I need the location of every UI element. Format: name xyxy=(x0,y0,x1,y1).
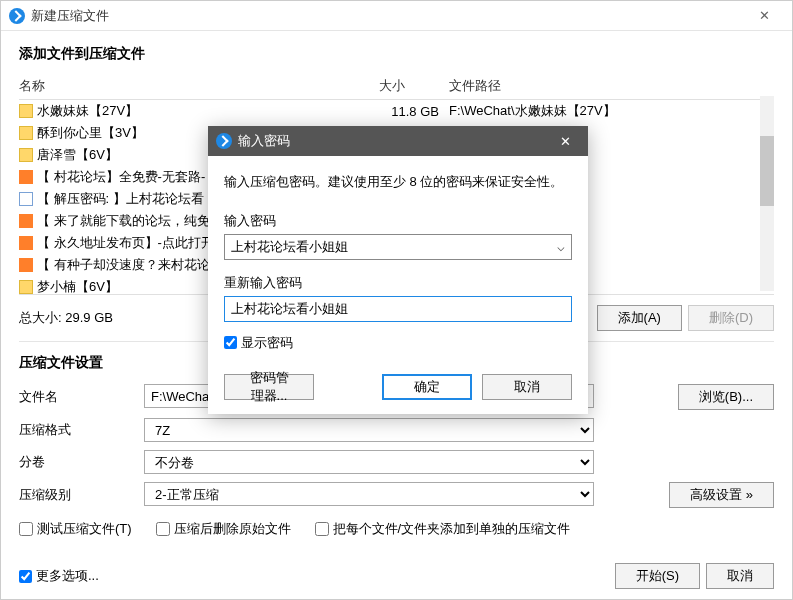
repassword-input[interactable] xyxy=(224,296,572,322)
header-path[interactable]: 文件路径 xyxy=(449,77,774,95)
delete-after-checkbox-label: 压缩后删除原始文件 xyxy=(174,520,291,538)
volume-label: 分卷 xyxy=(19,453,144,471)
app-icon xyxy=(9,8,25,24)
password-value: 上村花论坛看小姐姐 xyxy=(231,238,557,256)
file-name: 水嫩妹妹【27V】 xyxy=(37,102,379,120)
repassword-label: 重新输入密码 xyxy=(224,274,572,292)
file-size: 11.8 GB xyxy=(379,104,449,119)
advanced-button[interactable]: 高级设置 » xyxy=(669,482,774,508)
window-title: 新建压缩文件 xyxy=(31,7,744,25)
file-type-icon xyxy=(19,280,33,294)
delete-after-checkbox-input[interactable] xyxy=(156,522,170,536)
dialog-cancel-button[interactable]: 取消 xyxy=(482,374,572,400)
dialog-title: 输入密码 xyxy=(238,132,550,150)
header-size[interactable]: 大小 xyxy=(379,77,449,95)
separate-checkbox-input[interactable] xyxy=(315,522,329,536)
start-button[interactable]: 开始(S) xyxy=(615,563,700,589)
header-name[interactable]: 名称 xyxy=(19,77,379,95)
level-label: 压缩级别 xyxy=(19,486,144,504)
cancel-button[interactable]: 取消 xyxy=(706,563,774,589)
file-type-icon xyxy=(19,126,33,140)
chevron-down-icon[interactable]: ⌵ xyxy=(557,239,565,254)
more-options[interactable]: 更多选项... xyxy=(19,567,609,585)
dialog-close-icon[interactable]: ✕ xyxy=(550,134,580,149)
filename-label: 文件名 xyxy=(19,388,144,406)
window-titlebar: 新建压缩文件 ✕ xyxy=(1,1,792,31)
password-label: 输入密码 xyxy=(224,212,572,230)
add-files-title: 添加文件到压缩文件 xyxy=(19,45,774,63)
more-options-checkbox[interactable] xyxy=(19,570,32,583)
test-checkbox-label: 测试压缩文件(T) xyxy=(37,520,132,538)
add-button[interactable]: 添加(A) xyxy=(597,305,682,331)
file-type-icon xyxy=(19,104,33,118)
password-dialog: 输入密码 ✕ 输入压缩包密码。建议使用至少 8 位的密码来保证安全性。 输入密码… xyxy=(208,126,588,414)
volume-select[interactable]: 不分卷 xyxy=(144,450,594,474)
list-item[interactable]: 水嫩妹妹【27V】11.8 GBF:\WeChat\水嫩妹妹【27V】 xyxy=(19,100,774,122)
dialog-titlebar: 输入密码 ✕ xyxy=(208,126,588,156)
test-checkbox-input[interactable] xyxy=(19,522,33,536)
separate-checkbox-label: 把每个文件/文件夹添加到单独的压缩文件 xyxy=(333,520,571,538)
scrollbar[interactable] xyxy=(760,96,774,291)
file-type-icon xyxy=(19,214,33,228)
format-label: 压缩格式 xyxy=(19,421,144,439)
dialog-app-icon xyxy=(216,133,232,149)
format-select[interactable]: 7Z xyxy=(144,418,594,442)
file-path: F:\WeChat\水嫩妹妹【27V】 xyxy=(449,102,774,120)
password-combo[interactable]: 上村花论坛看小姐姐 ⌵ xyxy=(224,234,572,260)
browse-button[interactable]: 浏览(B)... xyxy=(678,384,774,410)
delete-button: 删除(D) xyxy=(688,305,774,331)
file-list-header: 名称 大小 文件路径 xyxy=(19,73,774,100)
bottom-bar: 更多选项... 开始(S) 取消 xyxy=(1,553,792,599)
delete-after-checkbox[interactable]: 压缩后删除原始文件 xyxy=(156,520,291,538)
close-icon[interactable]: ✕ xyxy=(744,1,784,31)
show-password-label: 显示密码 xyxy=(241,334,293,352)
show-password-checkbox[interactable]: 显示密码 xyxy=(224,334,572,352)
test-checkbox[interactable]: 测试压缩文件(T) xyxy=(19,520,132,538)
dialog-hint: 输入压缩包密码。建议使用至少 8 位的密码来保证安全性。 xyxy=(224,172,572,192)
file-type-icon xyxy=(19,236,33,250)
more-options-label: 更多选项... xyxy=(36,567,99,585)
file-type-icon xyxy=(19,170,33,184)
scrollbar-thumb[interactable] xyxy=(760,136,774,206)
level-select[interactable]: 2-正常压缩 xyxy=(144,482,594,506)
ok-button[interactable]: 确定 xyxy=(382,374,472,400)
file-type-icon xyxy=(19,192,33,206)
separate-checkbox[interactable]: 把每个文件/文件夹添加到单独的压缩文件 xyxy=(315,520,571,538)
file-type-icon xyxy=(19,258,33,272)
file-type-icon xyxy=(19,148,33,162)
show-password-checkbox-input[interactable] xyxy=(224,336,237,349)
password-manager-button[interactable]: 密码管理器... xyxy=(224,374,314,400)
